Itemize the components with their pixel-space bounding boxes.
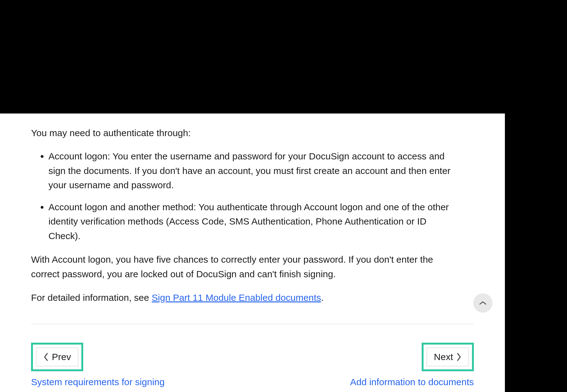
prev-page-title-link[interactable]: System requirements for signing xyxy=(31,377,165,387)
next-button-highlight: Next xyxy=(422,343,474,371)
page-navigation: Prev System requirements for signing Nex… xyxy=(31,343,474,387)
prev-button[interactable]: Prev xyxy=(36,348,78,366)
next-button-label: Next xyxy=(434,352,453,362)
chevron-left-icon xyxy=(43,353,49,361)
scroll-to-top-button[interactable] xyxy=(473,293,492,313)
detail-prefix: For detailed information, see xyxy=(31,292,152,303)
chevron-up-icon xyxy=(479,299,487,307)
list-item: Account logon and another method: You au… xyxy=(48,200,474,243)
prev-button-label: Prev xyxy=(52,352,71,362)
authentication-methods-list: Account logon: You enter the username an… xyxy=(31,149,474,243)
intro-text: You may need to authenticate through: xyxy=(31,126,474,140)
detail-link[interactable]: Sign Part 11 Module Enabled documents xyxy=(152,292,321,303)
prev-nav-block: Prev System requirements for signing xyxy=(31,343,165,387)
detail-suffix: . xyxy=(321,292,324,303)
list-item: Account logon: You enter the username an… xyxy=(48,149,474,193)
chevron-right-icon xyxy=(456,353,462,361)
next-page-title-link[interactable]: Add information to documents xyxy=(350,377,474,387)
document-page: You may need to authenticate through: Ac… xyxy=(0,114,505,392)
lockout-paragraph: With Account logon, you have five chance… xyxy=(31,252,474,281)
detail-paragraph: For detailed information, see Sign Part … xyxy=(31,291,474,305)
section-divider xyxy=(31,324,474,324)
prev-button-highlight: Prev xyxy=(31,343,83,371)
next-nav-block: Next Add information to documents xyxy=(350,343,474,387)
next-button[interactable]: Next xyxy=(427,348,469,366)
